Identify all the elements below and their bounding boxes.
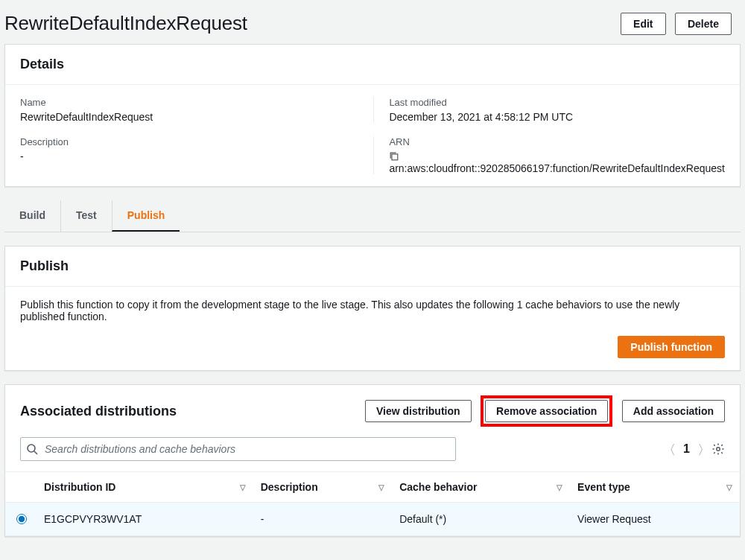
svg-line-2 bbox=[34, 451, 37, 454]
details-title: Details bbox=[5, 45, 740, 85]
cell-event-type: Viewer Request bbox=[570, 503, 740, 536]
details-panel: Details Name RewriteDefaultIndexRequest … bbox=[4, 44, 741, 187]
search-input[interactable] bbox=[20, 437, 456, 461]
page-title: RewriteDefaultIndexRequest bbox=[4, 12, 247, 35]
tab-publish[interactable]: Publish bbox=[112, 200, 180, 232]
publish-title: Publish bbox=[5, 246, 740, 287]
view-distribution-button[interactable]: View distribution bbox=[365, 400, 472, 422]
tab-bar: Build Test Publish bbox=[4, 200, 741, 232]
copy-icon[interactable] bbox=[389, 151, 399, 162]
arn-value: arn:aws:cloudfront::920285066197:functio… bbox=[389, 162, 725, 174]
svg-point-3 bbox=[717, 448, 720, 451]
svg-point-1 bbox=[28, 445, 35, 452]
sort-icon: ▽ bbox=[378, 483, 384, 491]
row-select-radio[interactable] bbox=[16, 514, 27, 524]
sort-icon: ▽ bbox=[557, 483, 562, 491]
publish-function-button[interactable]: Publish function bbox=[618, 336, 725, 358]
sort-icon: ▽ bbox=[726, 483, 732, 491]
gear-icon[interactable] bbox=[711, 442, 725, 456]
page-number: 1 bbox=[683, 442, 690, 456]
cell-distribution-id: E1GCPVYR3WV1AT bbox=[37, 503, 253, 536]
publish-description: Publish this function to copy it from th… bbox=[20, 299, 725, 322]
page-next-icon[interactable]: 〉 bbox=[699, 442, 703, 456]
tab-test[interactable]: Test bbox=[60, 200, 112, 232]
last-modified-label: Last modified bbox=[389, 97, 725, 108]
description-value: - bbox=[20, 150, 358, 162]
tab-build[interactable]: Build bbox=[4, 200, 60, 232]
publish-panel: Publish Publish this function to copy it… bbox=[4, 246, 741, 371]
name-value: RewriteDefaultIndexRequest bbox=[20, 111, 358, 123]
col-description[interactable]: Description ▽ bbox=[253, 472, 392, 503]
cell-description: - bbox=[253, 503, 392, 536]
col-cache-behavior[interactable]: Cache behavior ▽ bbox=[392, 472, 570, 503]
edit-button[interactable]: Edit bbox=[621, 13, 665, 35]
page-prev-icon[interactable]: 〈 bbox=[670, 442, 674, 456]
sort-icon: ▽ bbox=[240, 483, 246, 491]
last-modified-value: December 13, 2021 at 4:58:12 PM UTC bbox=[389, 111, 725, 123]
cell-cache-behavior: Default (*) bbox=[392, 503, 570, 536]
add-association-button[interactable]: Add association bbox=[622, 400, 725, 422]
associations-panel: Associated distributions View distributi… bbox=[4, 384, 741, 537]
associations-table: Distribution ID ▽ Description ▽ Cache be… bbox=[5, 471, 740, 536]
delete-button[interactable]: Delete bbox=[675, 13, 732, 35]
remove-association-button[interactable]: Remove association bbox=[485, 400, 608, 422]
search-icon bbox=[26, 443, 38, 455]
svg-rect-0 bbox=[392, 154, 398, 160]
remove-association-highlight: Remove association bbox=[481, 395, 612, 427]
name-label: Name bbox=[20, 97, 358, 108]
col-distribution-id[interactable]: Distribution ID ▽ bbox=[37, 472, 253, 503]
associations-title: Associated distributions bbox=[20, 404, 177, 419]
table-row[interactable]: E1GCPVYR3WV1AT - Default (*) Viewer Requ… bbox=[5, 503, 740, 536]
arn-label: ARN bbox=[389, 136, 725, 147]
description-label: Description bbox=[20, 136, 358, 147]
col-event-type[interactable]: Event type ▽ bbox=[570, 472, 740, 503]
